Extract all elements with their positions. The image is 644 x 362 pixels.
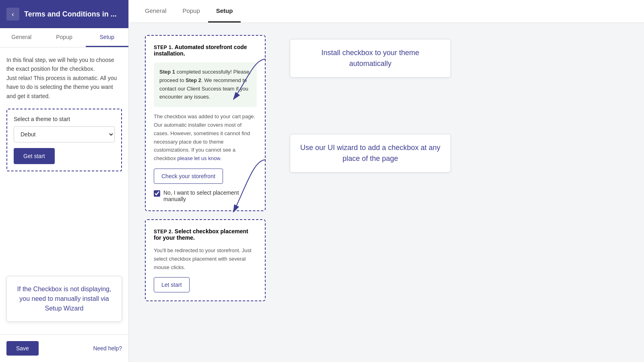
please-let-us-know-link[interactable]: please let us know.	[178, 155, 222, 161]
main-content-area: STEP 1. Automated storefront code instal…	[129, 23, 644, 313]
left-description: In this final step, we will help you to …	[6, 56, 122, 101]
annotation1-text: Install checkbox to your theme automatic…	[300, 47, 441, 69]
left-callout-text: If the Checkbox is not displaying, you n…	[15, 284, 114, 313]
right-panel: General Popup Setup STEP 1. Automated st…	[129, 0, 644, 362]
left-tab-popup[interactable]: Popup	[43, 28, 85, 47]
annotation1-box: Install checkbox to your theme automatic…	[290, 39, 451, 78]
right-tab-popup[interactable]: Popup	[174, 0, 208, 23]
right-tab-general[interactable]: General	[137, 0, 174, 23]
manual-placement-label: No, I want to select placement manually	[163, 189, 257, 202]
back-button[interactable]: ‹	[6, 8, 19, 21]
step2-num: STEP 2.	[154, 229, 173, 234]
left-panel: ‹ Terms and Conditions in ... General Po…	[0, 0, 129, 362]
steps-column: STEP 1. Automated storefront code instal…	[145, 35, 266, 301]
theme-select-box: Select a theme to start Debut Dawn Minim…	[6, 109, 122, 171]
step2-body-text: You'll be redirected to your storefront.…	[154, 247, 257, 272]
annotation2-box: Use our UI wizard to add a checkbox at a…	[290, 134, 451, 173]
need-help-link[interactable]: Need help?	[93, 345, 122, 352]
left-tabs: General Popup Setup	[0, 28, 128, 47]
theme-select-label: Select a theme to start	[14, 116, 115, 122]
step1-success-title: Step 1	[159, 69, 175, 75]
left-panel-title: Terms and Conditions in ...	[24, 10, 117, 19]
right-tab-setup[interactable]: Setup	[208, 0, 241, 23]
left-footer: Save Need help?	[0, 334, 128, 362]
left-callout-box: If the Checkbox is not displaying, you n…	[6, 276, 122, 322]
save-button[interactable]: Save	[6, 341, 39, 356]
manual-placement-row: No, I want to select placement manually	[154, 189, 257, 202]
step1-success-box: Step 1 completed successfully! Please, p…	[154, 62, 257, 107]
get-start-button[interactable]: Get start	[14, 148, 55, 164]
step1-card: STEP 1. Automated storefront code instal…	[145, 35, 266, 211]
annotations-area: Install checkbox to your theme automatic…	[266, 35, 628, 173]
let-start-button[interactable]: Let start	[154, 277, 190, 292]
left-tab-setup[interactable]: Setup	[86, 28, 128, 47]
step1-body-text: The checkbox was added to your cart page…	[154, 113, 257, 163]
theme-select-dropdown[interactable]: Debut Dawn Minimal Brooklyn Narrative	[14, 126, 115, 142]
left-tab-general[interactable]: General	[0, 28, 43, 47]
step2-card: STEP 2. Select checkbox placement for yo…	[145, 219, 266, 301]
manual-placement-checkbox[interactable]	[154, 190, 160, 197]
annotation2-text: Use our UI wizard to add a checkbox at a…	[300, 142, 441, 164]
step1-title: STEP 1. Automated storefront code instal…	[154, 44, 257, 57]
check-storefront-button[interactable]: Check your storefront	[154, 169, 223, 184]
left-header: ‹ Terms and Conditions in ...	[0, 0, 128, 28]
right-tabs: General Popup Setup	[129, 0, 644, 23]
step1-num: STEP 1.	[154, 45, 173, 50]
step2-title: STEP 2. Select checkbox placement for yo…	[154, 228, 257, 241]
